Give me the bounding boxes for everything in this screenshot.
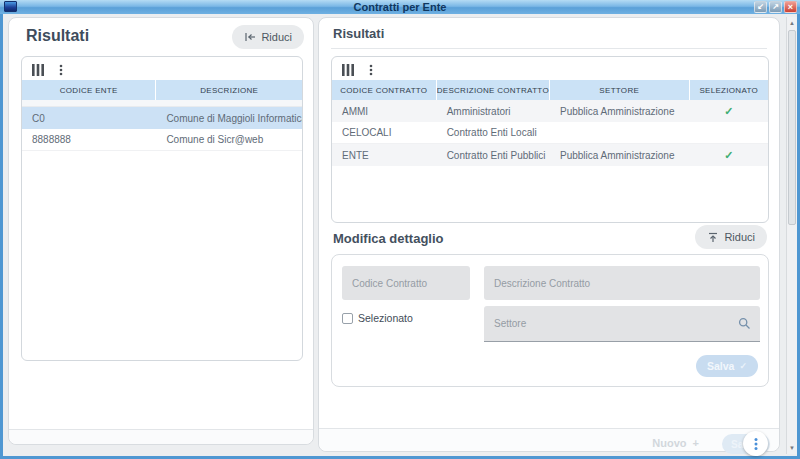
column-header-descrizione-contratto[interactable]: DESCRIZIONE CONTRATTO: [437, 80, 550, 100]
collapse-detail-button[interactable]: Riduci: [695, 225, 767, 249]
more-options-icon[interactable]: [369, 64, 373, 76]
save-check-icon: ✓: [739, 361, 747, 371]
cell-descrizione: Comune di Sicr@web: [156, 134, 302, 145]
restore-icon: ↙: [757, 2, 764, 12]
kebab-menu-icon: [754, 437, 758, 451]
collapse-up-icon: [707, 232, 719, 242]
footer-menu-button[interactable]: [743, 431, 768, 456]
detail-section-title: Modifica dettaglio: [333, 231, 444, 246]
entities-table-header: CODICE ENTE DESCRIZIONE: [22, 80, 302, 100]
check-icon: ✓: [724, 105, 733, 118]
app-window: Contratti per Ente ↙ ↗ × Risultati Riduc…: [0, 0, 800, 459]
settore-lookup-field[interactable]: [484, 306, 760, 342]
right-panel-title: Risultati: [333, 26, 384, 41]
descrizione-contratto-field: [484, 266, 760, 300]
codice-contratto-field: [342, 266, 470, 300]
collapse-left-icon: [244, 32, 256, 42]
vertical-scrollbar[interactable]: ▲ ▼: [786, 17, 797, 454]
table-row-entity-1[interactable]: 8888888 Comune di Sicr@web: [22, 129, 302, 151]
cell-selezionato: ✓: [690, 105, 768, 118]
selezionato-checkbox[interactable]: Selezionato: [342, 312, 413, 324]
restore-window-button[interactable]: ↙: [754, 1, 767, 13]
contracts-table-header: CODICE CONTRATTO DESCRIZIONE CONTRATTO S…: [332, 80, 768, 100]
columns-icon[interactable]: [342, 64, 354, 76]
scroll-up-arrow[interactable]: ▲: [787, 17, 797, 29]
more-options-icon[interactable]: [59, 64, 63, 76]
cell-descrizione-contratto: Contratto Enti Pubblici: [437, 150, 550, 161]
cell-descrizione-contratto: Contratto Enti Locali: [437, 127, 550, 138]
column-header-codice-ente[interactable]: CODICE ENTE: [22, 80, 156, 100]
cell-codice-contratto: AMMI: [332, 106, 437, 117]
cell-settore: Pubblica Amministrazione: [550, 106, 690, 117]
entities-table: CODICE ENTE DESCRIZIONE C0 Comune di Mag…: [21, 56, 303, 361]
left-panel-title: Risultati: [26, 27, 89, 45]
scroll-down-arrow[interactable]: ▼: [787, 442, 797, 454]
settore-search-button[interactable]: [738, 317, 760, 330]
cell-settore: Pubblica Amministrazione: [550, 150, 690, 161]
contracts-table: CODICE CONTRATTO DESCRIZIONE CONTRATTO S…: [331, 56, 769, 223]
close-icon: ×: [788, 2, 793, 12]
right-title-divider: [331, 48, 767, 49]
cell-codice-ente: C0: [22, 113, 156, 124]
window-controls: ↙ ↗ ×: [754, 1, 797, 13]
check-icon: ✓: [724, 149, 733, 162]
left-footer-strip: [9, 430, 313, 444]
column-header-settore[interactable]: SETTORE: [550, 80, 690, 100]
titlebar[interactable]: Contratti per Ente ↙ ↗ ×: [0, 0, 800, 14]
cell-descrizione-contratto: Amministratori: [437, 106, 550, 117]
checkbox-label: Selezionato: [358, 312, 413, 324]
contracts-table-toolbar: [332, 57, 768, 80]
window-title: Contratti per Ente: [0, 0, 800, 14]
collapse-left-label: Riduci: [261, 31, 292, 43]
right-footer-bar: Nuovo + Salva: [319, 429, 779, 451]
column-header-descrizione[interactable]: DESCRIZIONE: [156, 80, 302, 100]
columns-icon[interactable]: [32, 64, 44, 76]
save-button: Salva ✓: [696, 355, 758, 377]
plus-icon: +: [693, 437, 699, 449]
cell-codice-contratto: ENTE: [332, 150, 437, 161]
maximize-icon: ↗: [772, 2, 779, 12]
cell-codice-ente: 8888888: [22, 134, 156, 145]
table-row-entity-0[interactable]: C0 Comune di Maggioli Informatica: [22, 107, 302, 129]
nuovo-button-disabled: Nuovo +: [652, 437, 699, 449]
close-window-button[interactable]: ×: [784, 1, 797, 13]
cell-codice-contratto: CELOCALI: [332, 127, 437, 138]
settore-input: [484, 318, 738, 329]
nuovo-label: Nuovo: [652, 437, 686, 449]
contracts-panel: Risultati CODICE CONTRATTO DESCRIZIONE C…: [318, 17, 780, 452]
maximize-window-button[interactable]: ↗: [769, 1, 782, 13]
table-row-contract-1[interactable]: CELOCALI Contratto Enti Locali ✓: [332, 122, 768, 144]
search-icon: [738, 317, 751, 330]
entities-table-toolbar: [22, 57, 302, 80]
window-content: Risultati Riduci CODICE ENTE: [3, 14, 797, 456]
column-header-codice-contratto[interactable]: CODICE CONTRATTO: [332, 80, 437, 100]
collapse-detail-label: Riduci: [724, 231, 755, 243]
table-row-contract-2[interactable]: ENTE Contratto Enti Pubblici Pubblica Am…: [332, 144, 768, 166]
checkbox-box[interactable]: [342, 313, 353, 324]
cell-selezionato: ✓: [690, 126, 768, 139]
cell-descrizione: Comune di Maggioli Informatica: [156, 113, 302, 124]
filter-row: [22, 100, 302, 107]
column-header-selezionato[interactable]: SELEZIONATO: [690, 80, 768, 100]
detail-form: Selezionato Salva ✓: [331, 254, 769, 387]
scrollbar-thumb[interactable]: [788, 30, 796, 225]
save-label: Salva: [707, 360, 734, 372]
collapse-left-panel-button[interactable]: Riduci: [232, 25, 304, 49]
table-row-contract-0[interactable]: AMMI Amministratori Pubblica Amministraz…: [332, 100, 768, 122]
cell-selezionato: ✓: [690, 149, 768, 162]
entities-panel: Risultati Riduci CODICE ENTE: [8, 17, 314, 445]
